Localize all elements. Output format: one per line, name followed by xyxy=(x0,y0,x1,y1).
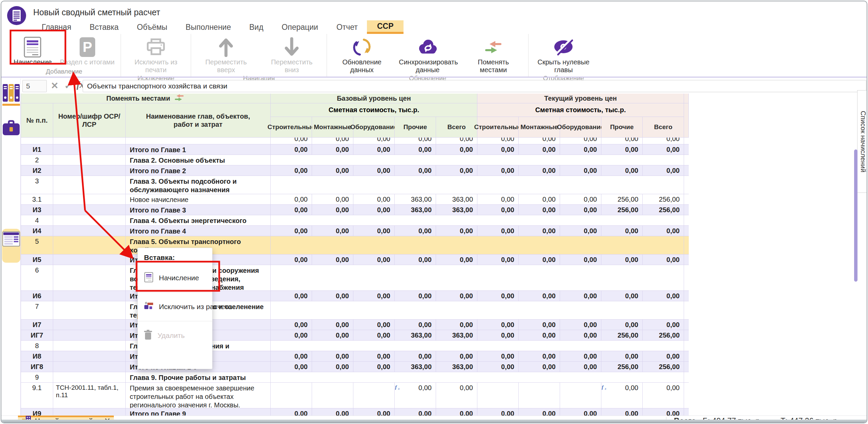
cell-value[interactable]: 0,00 xyxy=(312,408,353,416)
cell-num[interactable]: 7 xyxy=(21,301,53,320)
cell-code[interactable] xyxy=(53,330,126,341)
cell-value[interactable]: 0,00 xyxy=(477,291,519,301)
cell-value[interactable]: 0,00 xyxy=(560,144,601,155)
cell-value[interactable]: 0,00 xyxy=(601,138,643,144)
cell-value[interactable]: 363,00 xyxy=(395,362,436,372)
cell-value[interactable]: 0,00 xyxy=(353,255,395,265)
cell-name[interactable]: Глава 9. Прочие работы и затраты xyxy=(126,372,271,383)
cell-value[interactable]: 0,00 xyxy=(395,320,436,330)
cell-value[interactable]: 0,00 xyxy=(560,205,601,215)
cell-value[interactable]: 0,00 xyxy=(395,165,436,176)
formula-input[interactable] xyxy=(83,80,866,92)
cell-value[interactable]: 0,00 xyxy=(601,144,643,155)
cell-value[interactable]: 0,00 xyxy=(519,362,560,372)
cell-name[interactable]: Итого по Главе 9 xyxy=(126,408,271,416)
formula-confirm-icon[interactable]: ✓ xyxy=(64,80,72,91)
cell-code[interactable] xyxy=(53,144,126,155)
cell-num[interactable]: 3.1 xyxy=(21,194,53,205)
cell-value[interactable]: 0,00 xyxy=(477,330,519,341)
document-button[interactable]: Начисление xyxy=(9,34,56,67)
cell-value[interactable]: 0,00 xyxy=(519,408,560,416)
cell-values-merged[interactable] xyxy=(271,341,684,351)
cell-value[interactable]: 0,00 xyxy=(560,408,601,416)
cell-value[interactable] xyxy=(519,383,560,408)
cell-values-merged[interactable] xyxy=(271,265,684,291)
cell-value[interactable]: 0,00 xyxy=(271,165,312,176)
cell-num[interactable]: И5 xyxy=(21,255,53,265)
ribbon-tab-4[interactable]: Выполнение xyxy=(177,20,240,34)
cell-value[interactable]: 0,00 xyxy=(477,194,519,205)
cell-value[interactable]: 363,00 xyxy=(395,205,436,215)
cell-value[interactable]: 0,00 xyxy=(519,291,560,301)
cell-value[interactable]: 0,00 xyxy=(477,351,519,362)
cell-num[interactable]: 8 xyxy=(21,341,53,351)
cell-value[interactable]: fx0,00 xyxy=(601,383,643,408)
cell-value[interactable]: 0,00 xyxy=(560,330,601,341)
cell-value[interactable]: 0,00 xyxy=(271,408,312,416)
cell-value[interactable]: 256,00 xyxy=(601,205,643,215)
cell-value[interactable]: 0,00 xyxy=(601,351,643,362)
cell-value[interactable]: 0,00 xyxy=(312,194,353,205)
cell-value[interactable]: 0,00 xyxy=(436,291,477,301)
cell-value[interactable]: 0,00 xyxy=(353,291,395,301)
cell-value[interactable]: 0,00 xyxy=(643,144,684,155)
cell-code[interactable] xyxy=(53,320,126,330)
cell-value[interactable]: 0,00 xyxy=(312,351,353,362)
cell-value[interactable]: 363,00 xyxy=(436,205,477,215)
cell-value[interactable]: 0,00 xyxy=(271,330,312,341)
cell-value[interactable]: 0,00 xyxy=(601,408,643,416)
cell-value[interactable]: 0,00 xyxy=(353,320,395,330)
cell-value[interactable]: 0,00 xyxy=(271,291,312,301)
vertical-scrollbar-thumb[interactable] xyxy=(854,149,857,282)
cell-value[interactable]: 0,00 xyxy=(436,138,477,144)
cell-code[interactable] xyxy=(53,372,126,383)
cell-value[interactable]: 0,00 xyxy=(560,226,601,236)
cell-name[interactable]: Глава 4. Объекты энергетического хозяйст… xyxy=(126,215,271,226)
cell-value[interactable]: 0,00 xyxy=(643,138,684,144)
cell-code[interactable] xyxy=(53,205,126,215)
cell-num[interactable]: 9 xyxy=(21,372,53,383)
cell-value[interactable]: 0,00 xyxy=(519,144,560,155)
cell-value[interactable]: 0,00 xyxy=(519,255,560,265)
cell-value[interactable]: 0,00 xyxy=(477,408,519,416)
cell-value[interactable]: 0,00 xyxy=(477,144,519,155)
cell-value[interactable]: 363,00 xyxy=(436,194,477,205)
cell-value[interactable]: 0,00 xyxy=(519,351,560,362)
cell-num[interactable]: И6 xyxy=(21,291,53,301)
cell-num[interactable]: И7 xyxy=(21,320,53,330)
cell-name[interactable]: Глава 2. Основные объекты строительства xyxy=(126,155,271,165)
cell-code[interactable] xyxy=(53,351,126,362)
cell-value[interactable]: 256,00 xyxy=(643,205,684,215)
cell-value[interactable]: 0,00 xyxy=(477,165,519,176)
cell-code[interactable] xyxy=(53,194,126,205)
cell-value[interactable]: 0,00 xyxy=(477,362,519,372)
cell-code[interactable]: ТСН-2001.11, табл.1, п.11 xyxy=(53,383,126,408)
cell-value[interactable]: 0,00 xyxy=(519,138,560,144)
hide-zero-button[interactable]: Скрыть нулевые главы xyxy=(531,34,596,74)
cell-code[interactable] xyxy=(53,236,126,255)
cell-value[interactable]: 0,00 xyxy=(436,144,477,155)
cell-value[interactable]: 256,00 xyxy=(643,330,684,341)
cell-value[interactable]: 0,00 xyxy=(271,320,312,330)
cell-value[interactable]: 256,00 xyxy=(643,362,684,372)
cell-num[interactable]: ИГ7 xyxy=(21,330,53,341)
cell-name[interactable]: Итого по Главе 2 xyxy=(126,165,271,176)
cell-value[interactable]: 363,00 xyxy=(395,330,436,341)
cell-value[interactable]: 0,00 xyxy=(643,291,684,301)
cell-value[interactable]: 0,00 xyxy=(519,320,560,330)
sheet-icon[interactable] xyxy=(2,231,20,247)
cell-value[interactable]: 256,00 xyxy=(601,330,643,341)
cell-value[interactable]: 0,00 xyxy=(601,291,643,301)
cell-code[interactable] xyxy=(53,215,126,226)
cell-num[interactable]: И9 xyxy=(21,408,53,416)
cell-values-merged[interactable] xyxy=(271,215,684,226)
cell-code[interactable] xyxy=(53,138,126,144)
cell-name[interactable]: Итого по Главе 4 xyxy=(126,226,271,236)
cell-value[interactable]: 0,00 xyxy=(643,383,684,408)
cell-value[interactable]: 0,00 xyxy=(477,138,519,144)
cell-value[interactable]: 0,00 xyxy=(436,165,477,176)
cell-value[interactable]: 0,00 xyxy=(312,291,353,301)
cell-code[interactable] xyxy=(53,362,126,372)
cell-value[interactable]: 0,00 xyxy=(353,351,395,362)
cell-value[interactable]: 0,00 xyxy=(519,205,560,215)
